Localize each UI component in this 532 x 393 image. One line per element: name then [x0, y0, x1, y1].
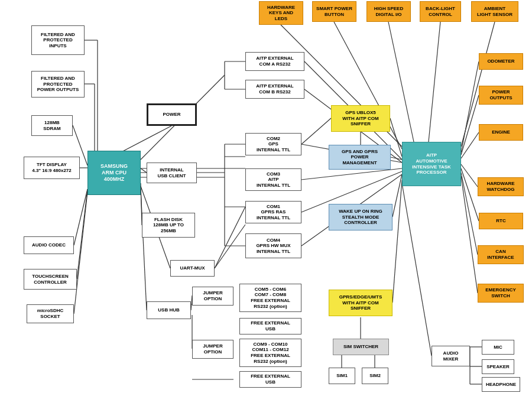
ambient-label: AMBIENT LIGHT SENSOR [477, 6, 512, 17]
flash_disk-label: FLASH DISK 128MB UP TO 256MB [153, 217, 184, 234]
power_box-label: POWER [163, 112, 180, 118]
usb_hub-box: USB HUB [147, 301, 191, 319]
speaker-box: SPEAKER [482, 359, 514, 374]
svg-line-41 [461, 176, 478, 293]
microsdh-box: microSDHC SOCKET [27, 304, 74, 323]
aitp_ext_a-label: AITP EXTERNAL COM A RS232 [256, 56, 293, 67]
jumper2-label: JUMPER OPTION [203, 343, 222, 355]
com9_10-label: COM9 - COM10 COM11 - COM12 FREE EXTERNAL… [251, 342, 290, 364]
free_usb2-box: FREE EXTERNAL USB [239, 371, 301, 388]
filtered_power-box: FILTERED AND PROTECTED POWER OUTPUTS [31, 71, 85, 98]
com2_gps-box: COM2 GPS INTERNAL TTL [245, 133, 301, 155]
aitp_ext_b-label: AITP EXTERNAL COM B RS232 [256, 83, 293, 95]
hw_watchdog-box: HARDWARE WATCHDOG [478, 177, 524, 196]
high_speed-label: HIGH SPEED DIGITAL I/O [374, 6, 403, 17]
ambient-box: AMBIENT LIGHT SENSOR [471, 1, 518, 22]
com5_6-label: COM5 - COM6 COM7 - COM8 FREE EXTERNAL RS… [251, 287, 290, 309]
backlight-label: BACK-LIGHT CONTROL [426, 6, 455, 17]
flash_disk-box: FLASH DISK 128MB UP TO 256MB [142, 213, 195, 238]
com5_6-box: COM5 - COM6 COM7 - COM8 FREE EXTERNAL RS… [239, 284, 301, 312]
com2_gps-label: COM2 GPS INTERNAL TTL [257, 136, 290, 153]
rtc-label: RTC [496, 218, 505, 224]
sim_switcher-label: SIM SWITCHER [343, 344, 378, 350]
usb_client-label: INTERNAL USB CLIENT [158, 167, 186, 178]
power_box-box: POWER [147, 103, 197, 126]
wake_up-box: WAKE UP ON RING STEALTH MODE CONTROLLER [329, 204, 392, 230]
can-box: CAN INTERFACE [478, 245, 524, 264]
aitp_ext_b-box: AITP EXTERNAL COM B RS232 [245, 80, 304, 99]
gprs_edge-box: GPRS/EDGE/UMTS WITH AITP COM SNIFFER [329, 290, 392, 316]
svg-line-10 [141, 168, 147, 173]
emergency-label: EMERGENCY SWITCH [485, 287, 516, 298]
jumper1-box: JUMPER OPTION [192, 287, 233, 306]
filtered_inputs-box: FILTERED AND PROTECTED INPUTS [31, 25, 85, 55]
power_out-box: POWER OUTPUTS [479, 86, 523, 105]
svg-line-28 [390, 118, 402, 157]
speaker-label: SPEAKER [486, 364, 510, 370]
com1_gprs-label: COM1 GPRS RAS INTERNAL TTL [257, 204, 290, 221]
can-label: CAN INTERFACE [487, 249, 514, 260]
power_out-label: POWER OUTPUTS [489, 89, 512, 100]
uart_mux-label: UART-MUX [180, 265, 205, 271]
svg-line-29 [391, 157, 402, 160]
audio_mixer-box: AUDIO MIXER [432, 346, 470, 366]
svg-line-6 [74, 189, 87, 245]
audio_codec-label: AUDIO CODEC [32, 242, 66, 248]
high_speed-box: HIGH SPEED DIGITAL I/O [366, 1, 411, 22]
audio_mixer-label: AUDIO MIXER [443, 350, 459, 362]
odometer-box: ODOMETER [479, 53, 523, 70]
aitp-label: AITP AUTOMOTIVE INTENSIVE TASK PROCESSOR [412, 152, 451, 175]
svg-line-13 [141, 189, 147, 310]
gps_power-box: GPS AND GPRS POWER MANAGEMENT [329, 145, 391, 170]
sim2-box: SIM2 [362, 368, 388, 384]
svg-line-47 [402, 183, 432, 356]
sdram-box: 128MB SDRAM [31, 115, 73, 136]
svg-line-36 [461, 95, 479, 155]
svg-line-44 [388, 22, 414, 142]
touchscreen-label: TOUCHSCREEN CONTROLLER [32, 274, 69, 285]
headphone-label: HEADPHONE [486, 382, 516, 388]
svg-line-38 [461, 164, 478, 187]
svg-line-52 [301, 118, 331, 144]
smart_power-label: SMART POWER BUTTON [316, 6, 352, 17]
com4_gprs-label: COM4 GPRS HW MUX INTERNAL TTL [256, 238, 290, 255]
filtered_power-label: FILTERED AND PROTECTED POWER OUTPUTS [37, 76, 79, 93]
com9_10-box: COM9 - COM10 COM11 - COM12 FREE EXTERNAL… [239, 339, 301, 367]
svg-line-25 [301, 168, 402, 180]
usb_hub-label: USB HUB [158, 307, 179, 313]
free_usb1-box: FREE EXTERNAL USB [239, 318, 301, 334]
backlight-box: BACK-LIGHT CONTROL [420, 1, 461, 22]
free_usb1-label: FREE EXTERNAL USB [251, 320, 290, 332]
tft-label: TFT DISPLAY 4.3" 16:9 480x272 [32, 162, 72, 173]
microsdh-label: microSDHC SOCKET [37, 308, 63, 319]
audio_codec-box: AUDIO CODEC [24, 236, 74, 254]
svg-line-39 [461, 168, 479, 221]
block-diagram: FILTERED AND PROTECTED INPUTSFILTERED AN… [0, 0, 532, 393]
filtered_inputs-label: FILTERED AND PROTECTED INPUTS [41, 32, 75, 49]
engine-label: ENGINE [492, 129, 510, 135]
sdram-label: 128MB SDRAM [43, 120, 60, 131]
gps_power-label: GPS AND GPRS POWER MANAGEMENT [342, 149, 378, 166]
jumper2-box: JUMPER OPTION [192, 340, 233, 359]
gprs_edge-label: GPRS/EDGE/UMTS WITH AITP COM SNIFFER [339, 294, 382, 311]
headphone-box: HEADPHONE [482, 377, 520, 392]
smart_power-box: SMART POWER BUTTON [312, 1, 356, 22]
svg-line-14 [215, 207, 245, 268]
hw_keys-label: HARDWARE KEYS AND LEDS [267, 5, 295, 22]
touchscreen-box: TOUCHSCREEN CONTROLLER [24, 269, 77, 290]
samsung-box: SAMSUNG ARM CPU 400MHZ [87, 151, 141, 195]
svg-line-9 [118, 126, 171, 154]
com3_aitp-box: COM3 AITP INTERNAL TTL [245, 168, 301, 191]
gps_ublox-label: GPS UBLOX5 WITH AITP COM SNIFFER [342, 110, 378, 127]
svg-line-8 [74, 192, 87, 314]
sim1-label: SIM1 [336, 373, 348, 379]
svg-line-35 [461, 61, 479, 152]
samsung-label: SAMSUNG ARM CPU 400MHZ [100, 163, 128, 182]
com4_gprs-box: COM4 GPRS HW MUX INTERNAL TTL [245, 233, 301, 258]
mic-label: MIC [494, 345, 502, 350]
tft-box: TFT DISPLAY 4.3" 16:9 480x272 [24, 157, 80, 179]
svg-line-45 [429, 22, 440, 142]
jumper1-label: JUMPER OPTION [203, 290, 222, 301]
rtc-box: RTC [479, 213, 523, 229]
sim1-box: SIM1 [329, 368, 355, 384]
